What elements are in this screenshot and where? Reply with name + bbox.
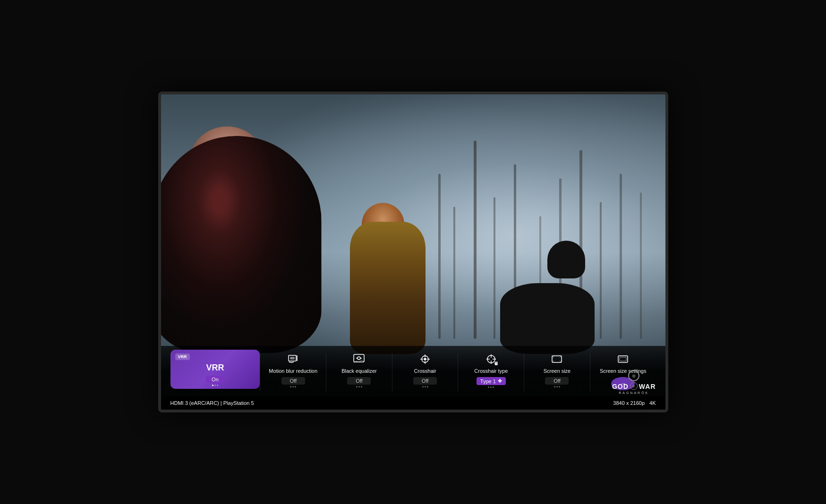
kratos-body	[158, 136, 322, 353]
crosshair-type-dots	[488, 386, 494, 388]
svg-rect-26	[620, 357, 626, 361]
menu-item-vrr[interactable]: VRR VRR On	[170, 350, 260, 389]
dot	[556, 386, 558, 387]
dot	[295, 386, 296, 387]
vrr-value: On	[206, 376, 224, 383]
vrr-title: VRR	[175, 363, 255, 373]
resolution-info: 3840 x 2160p 4K	[613, 400, 656, 406]
crosshair-label: Crosshair	[414, 368, 436, 374]
menu-item-motion-blur[interactable]: Motion blur reduction Off	[260, 350, 326, 390]
crosshair-type-icon: +	[484, 353, 499, 366]
menu-item-crosshair-type[interactable]: + Crosshair type Type 1 ✚	[458, 350, 524, 391]
dot	[290, 386, 291, 387]
source-info: HDMI 3 (eARC/ARC) | PlayStation 5	[170, 400, 254, 406]
dot	[361, 386, 362, 387]
dot	[554, 386, 555, 387]
dot	[425, 386, 426, 387]
wolf-body	[500, 283, 595, 354]
screen-size-dots	[554, 386, 560, 387]
screen-size-label: Screen size	[544, 368, 571, 374]
bottom-info-bar: HDMI 3 (eARC/ARC) | PlayStation 5 3840 x…	[161, 396, 665, 410]
dot	[488, 386, 489, 388]
gow-logo-war: WAR	[639, 383, 656, 390]
gow-emblem: ⊕	[628, 370, 639, 381]
dot	[292, 386, 294, 387]
black-equalizer-value: Off	[347, 377, 371, 385]
gow-logo-line1: GOD	[612, 383, 629, 390]
dot	[217, 385, 218, 386]
svg-point-4	[358, 357, 360, 360]
gow-of-emblem: ⊕	[630, 382, 638, 390]
dot	[212, 385, 213, 386]
vrr-badge: VRR	[175, 353, 190, 360]
mode-label: 4K	[649, 400, 656, 406]
motion-blur-icon	[286, 353, 301, 366]
crosshair-icon	[417, 353, 433, 366]
dot	[356, 386, 358, 387]
svg-rect-20	[552, 356, 562, 362]
motion-blur-value: Off	[281, 377, 305, 385]
crosshair-value: Off	[413, 377, 437, 385]
svg-point-12	[424, 358, 426, 360]
menu-item-black-equalizer[interactable]: Black equalizer Off	[326, 350, 392, 390]
dot	[493, 386, 494, 388]
crosshair-dots	[422, 386, 428, 387]
character-atreus	[345, 203, 430, 354]
dot	[427, 386, 428, 387]
gow-logo-subtitle: RAGNARÖK	[619, 391, 649, 395]
atreus-body	[350, 222, 426, 354]
svg-rect-1	[290, 357, 294, 359]
dot	[214, 385, 216, 386]
dot	[559, 386, 560, 387]
menu-item-crosshair[interactable]: Crosshair Off	[392, 350, 458, 390]
crosshair-type-label: Crosshair type	[474, 368, 508, 374]
dot	[422, 386, 424, 387]
character-kratos	[158, 126, 331, 353]
gow-logo: ⊕ GOD ⊕ WAR RAGNARÖK	[612, 370, 656, 395]
black-equalizer-dots	[356, 386, 362, 387]
screen-size-settings-icon	[615, 353, 630, 366]
dot	[490, 386, 492, 388]
tv-frame: VRR VRR On	[158, 92, 668, 412]
black-equalizer-label: Black equalizer	[341, 368, 377, 374]
motion-blur-label: Motion blur reduction	[269, 368, 317, 374]
character-wolf	[500, 260, 595, 354]
screen-size-icon	[549, 353, 564, 366]
black-equalizer-icon	[351, 353, 366, 366]
resolution-label: 3840 x 2160p	[613, 400, 645, 406]
connection-label: HDMI 3 (eARC/ARC) | PlayStation 5	[170, 400, 254, 406]
wolf-head	[547, 241, 585, 278]
menu-item-screen-size[interactable]: Screen size Off	[524, 350, 590, 390]
crosshair-type-value: Type 1 ✚	[477, 377, 506, 385]
svg-text:+: +	[495, 362, 497, 365]
crosshair-type-suffix: ✚	[498, 378, 502, 384]
menu-items: VRR VRR On	[170, 350, 656, 393]
screen-size-value: Off	[545, 377, 569, 385]
motion-blur-dots	[290, 386, 296, 387]
vrr-dots	[212, 385, 218, 386]
dot	[358, 386, 360, 387]
